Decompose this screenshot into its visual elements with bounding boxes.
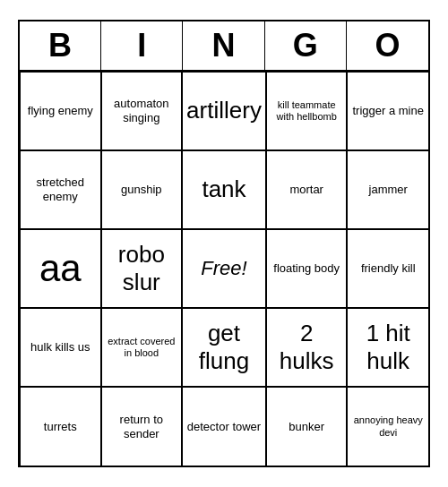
bingo-cell: detector tower xyxy=(182,387,266,466)
header-letter: B xyxy=(20,21,101,70)
cell-text: hulk kills us xyxy=(30,340,90,355)
cell-text: floating body xyxy=(273,261,340,276)
cell-text: turrets xyxy=(44,420,77,434)
cell-text: aa xyxy=(39,246,82,291)
cell-text: annoying heavy devi xyxy=(351,414,425,438)
cell-text: bunker xyxy=(289,420,324,434)
cell-text: detector tower xyxy=(187,420,261,434)
bingo-cell: floating body xyxy=(266,229,348,308)
cell-text: friendly kill xyxy=(361,261,416,276)
bingo-cell: stretched enemy xyxy=(20,150,101,229)
bingo-cell: bunker xyxy=(266,387,348,466)
cell-text: gunship xyxy=(121,183,162,197)
bingo-cell: return to sender xyxy=(101,387,183,466)
cell-text: return to sender xyxy=(106,413,178,440)
bingo-cell: kill teammate with hellbomb xyxy=(266,72,348,150)
bingo-cell: 1 hit hulk xyxy=(347,308,428,387)
header-letter: O xyxy=(347,21,428,70)
bingo-cell: get flung xyxy=(182,308,266,387)
bingo-cell: automaton singing xyxy=(101,72,183,150)
bingo-cell: 2 hulks xyxy=(266,308,348,387)
header-letter: N xyxy=(183,21,264,70)
bingo-cell: Free! xyxy=(182,229,266,308)
bingo-cell: aa xyxy=(20,229,101,308)
cell-text: 2 hulks xyxy=(271,320,343,375)
cell-text: robo slur xyxy=(106,241,178,296)
bingo-cell: mortar xyxy=(266,150,348,229)
bingo-cell: jammer xyxy=(347,150,428,229)
cell-text: tank xyxy=(202,175,246,203)
bingo-header: BINGO xyxy=(20,21,428,72)
bingo-cell: extract covered in blood xyxy=(101,308,183,387)
bingo-grid: flying enemyautomaton singingartilleryki… xyxy=(20,72,428,466)
header-letter: G xyxy=(265,21,347,70)
cell-text: 1 hit hulk xyxy=(351,320,425,375)
header-letter: I xyxy=(101,21,183,70)
cell-text: get flung xyxy=(186,320,262,375)
cell-text: automaton singing xyxy=(106,97,178,124)
cell-text: flying enemy xyxy=(28,104,93,118)
bingo-cell: artillery xyxy=(182,72,266,150)
cell-text: jammer xyxy=(369,183,408,197)
bingo-cell: trigger a mine xyxy=(347,72,428,150)
cell-text: artillery xyxy=(186,97,262,124)
cell-text: kill teammate with hellbomb xyxy=(271,99,343,123)
cell-text: mortar xyxy=(289,183,323,197)
bingo-cell: robo slur xyxy=(101,229,183,308)
bingo-cell: turrets xyxy=(20,387,101,466)
bingo-card: BINGO flying enemyautomaton singingartil… xyxy=(18,20,430,467)
cell-text: Free! xyxy=(201,257,246,280)
bingo-cell: hulk kills us xyxy=(20,308,101,387)
bingo-cell: tank xyxy=(182,150,266,229)
cell-text: extract covered in blood xyxy=(106,336,178,359)
bingo-cell: friendly kill xyxy=(347,229,428,308)
bingo-cell: flying enemy xyxy=(20,72,101,150)
cell-text: stretched enemy xyxy=(24,175,97,203)
bingo-cell: annoying heavy devi xyxy=(347,387,428,466)
bingo-cell: gunship xyxy=(101,150,183,229)
cell-text: trigger a mine xyxy=(352,104,423,118)
